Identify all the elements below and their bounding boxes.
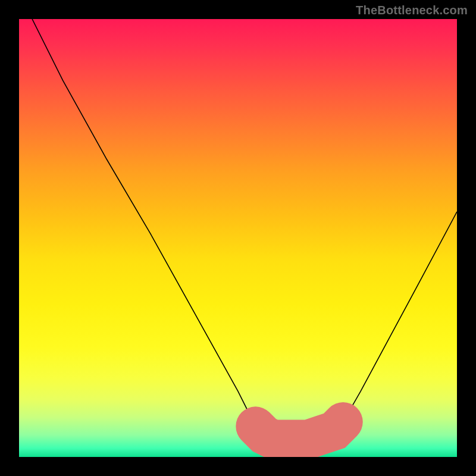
bottleneck-curve <box>32 19 457 440</box>
plot-area <box>19 19 457 457</box>
curve-svg <box>19 19 457 457</box>
highlight-segment <box>255 422 343 439</box>
chart-frame: TheBottleneck.com <box>0 0 476 476</box>
watermark-text: TheBottleneck.com <box>356 4 468 17</box>
